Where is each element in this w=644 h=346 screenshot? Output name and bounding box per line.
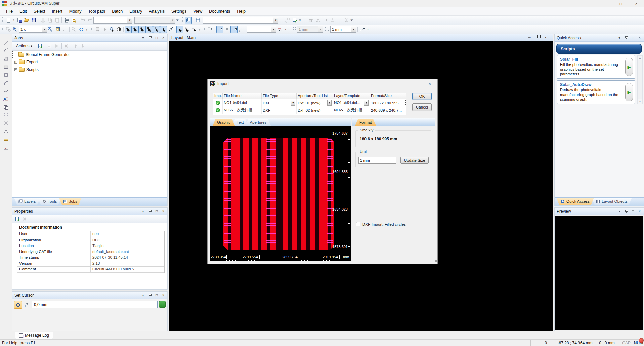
import-table-row[interactable]: ✓ NO2-二次元扫描... DXF Dxf_02 (new) NO2-二次元扫…: [213, 106, 406, 114]
tree-item-stencil-frame-generator[interactable]: Stencil Frame Generator: [12, 51, 167, 58]
combo-dropdown-icon[interactable]: ▼: [271, 26, 276, 32]
move-up-button[interactable]: [72, 43, 79, 50]
dialog-resize-grip[interactable]: [433, 260, 437, 263]
tab-message-log[interactable]: Message Log: [15, 332, 53, 339]
import-table-row[interactable]: ✓ NO1-原图.dxf DXF▼ Dxf_01 (new)▼ NO1-原图.d…: [213, 99, 406, 106]
filled-circles-checkbox[interactable]: [356, 222, 360, 226]
snap-toggle-button[interactable]: [323, 26, 330, 33]
new-dropdown-icon[interactable]: ▾: [12, 17, 16, 24]
tree-item-scripts[interactable]: + Scripts: [12, 66, 167, 73]
script-item-solar-fill[interactable]: Solar_Fill Fill the photovoltaic manufac…: [557, 55, 635, 79]
script-name[interactable]: Solar_Fill: [560, 57, 623, 62]
toolbar-overflow-icon[interactable]: —▾: [350, 17, 354, 24]
select-pointer-button[interactable]: [101, 26, 108, 33]
graphic-preview[interactable]: 1754.687 1694.355 1634.023 1573.691 2739…: [210, 126, 351, 261]
copy-graphics-button[interactable]: [185, 17, 192, 24]
new-job-button[interactable]: [37, 43, 44, 50]
panel-close-icon[interactable]: ×: [638, 36, 642, 40]
panel-close-icon[interactable]: ×: [161, 293, 165, 297]
layer-combo[interactable]: ▼: [203, 17, 278, 24]
toolbar-combo-2[interactable]: ▼: [134, 17, 175, 24]
move-down-button[interactable]: [79, 43, 86, 50]
property-row[interactable]: User neo: [17, 231, 164, 237]
shrink-selection-button[interactable]: [167, 26, 174, 33]
toolbar-overflow-icon[interactable]: —▾: [298, 17, 302, 24]
menu-item[interactable]: View: [190, 7, 206, 15]
pin-icon[interactable]: [624, 36, 628, 40]
panel-maximize-icon[interactable]: □: [155, 209, 159, 213]
panel-menu-icon[interactable]: ▾: [617, 36, 621, 40]
property-row[interactable]: Time stamp 2024-07-30 11:45:14: [17, 255, 164, 261]
property-row[interactable]: Organization DCT: [17, 237, 164, 244]
delete-property-button[interactable]: [21, 215, 28, 222]
panel-maximize-icon[interactable]: □: [155, 293, 159, 297]
property-row[interactable]: Version 2.13: [17, 261, 164, 267]
select-circle-filter-button[interactable]: [139, 26, 146, 33]
select-equal-button[interactable]: [176, 26, 183, 33]
draw-ring-segment-tool[interactable]: [2, 79, 10, 87]
copy-button[interactable]: [46, 17, 53, 24]
paste-button[interactable]: [53, 17, 60, 24]
pin-icon[interactable]: [148, 293, 152, 297]
combo-dropdown-icon[interactable]: ▼: [318, 26, 323, 32]
run-script-button[interactable]: ▶: [625, 83, 633, 101]
relative-cursor-button[interactable]: [23, 301, 31, 308]
draw-rectangle-tool[interactable]: [2, 63, 10, 71]
scripts-scrollbar[interactable]: ▲ ▼: [637, 55, 643, 104]
redraw-button[interactable]: [78, 26, 85, 33]
zoom-window-button[interactable]: [5, 26, 12, 33]
new-document-button[interactable]: [5, 17, 12, 24]
transform-rotate-button[interactable]: [307, 17, 314, 24]
script-name[interactable]: Solar_AutoDraw: [560, 82, 623, 87]
combo-dropdown-icon[interactable]: ▼: [273, 17, 278, 23]
menu-item[interactable]: Help: [233, 7, 249, 15]
toolbar-combo-1[interactable]: ▼: [93, 17, 132, 24]
print-button[interactable]: [63, 17, 70, 24]
toolbar-grip[interactable]: [3, 35, 9, 37]
zoom-previous-button[interactable]: [71, 26, 78, 33]
scroll-up-icon[interactable]: ▲: [638, 55, 642, 60]
menu-item[interactable]: Select: [30, 7, 49, 15]
grid-tool[interactable]: [2, 111, 10, 119]
marker-tool[interactable]: [2, 119, 10, 127]
run-script-button[interactable]: ▶: [625, 58, 633, 76]
minimize-button[interactable]: ─: [598, 0, 613, 7]
maximize-button[interactable]: □: [613, 0, 629, 7]
toolbar-grip[interactable]: [304, 17, 306, 23]
node-edit-button[interactable]: [359, 26, 366, 33]
draw-curve-tool[interactable]: [2, 87, 10, 95]
update-size-button[interactable]: Update Size: [400, 157, 429, 164]
menu-item[interactable]: Documents: [206, 7, 233, 15]
preview-titlebar[interactable]: Preview ▾ □ ×: [555, 208, 644, 215]
text-position-button[interactable]: [207, 26, 214, 33]
select-line-filter-button[interactable]: [125, 26, 132, 33]
menu-item[interactable]: Batch: [109, 7, 126, 15]
select-curve-filter-button[interactable]: [132, 26, 139, 33]
actions-button[interactable]: Actions▾: [14, 43, 35, 49]
pin-icon[interactable]: [148, 209, 152, 213]
properties-panel-titlebar[interactable]: Properties ▾ □ ×: [12, 208, 167, 215]
tab-layers[interactable]: Layers: [14, 198, 40, 205]
panel-menu-icon[interactable]: ▾: [617, 209, 621, 213]
draw-arc-tool[interactable]: [2, 47, 10, 55]
decimal-dropdown-icon[interactable]: ▾: [284, 26, 288, 33]
ruler-tool[interactable]: [2, 135, 10, 143]
save-button[interactable]: [30, 17, 37, 24]
scripts-header[interactable]: Scripts: [556, 44, 642, 54]
tree-item-export[interactable]: + Export: [12, 58, 167, 66]
aperture-dropdown[interactable]: ▼: [327, 100, 332, 106]
measure-tool[interactable]: [2, 127, 10, 135]
print-preview-button[interactable]: [70, 17, 77, 24]
toolbar-grip[interactable]: [2, 26, 3, 32]
select-plus-button[interactable]: [183, 26, 190, 33]
tab-layout-objects[interactable]: Layout Objects: [592, 198, 632, 205]
combo-dropdown-icon[interactable]: ▼: [170, 17, 175, 23]
open-button[interactable]: [23, 17, 30, 24]
file-type-dropdown[interactable]: ▼: [291, 100, 295, 106]
absolute-cursor-button[interactable]: [14, 301, 22, 309]
tab-apertures[interactable]: Apertures: [245, 119, 271, 126]
snap-end-button[interactable]: [230, 26, 238, 33]
expand-icon[interactable]: +: [14, 61, 17, 64]
snap-start-button[interactable]: [216, 26, 223, 33]
menu-item[interactable]: Insert: [48, 7, 66, 15]
